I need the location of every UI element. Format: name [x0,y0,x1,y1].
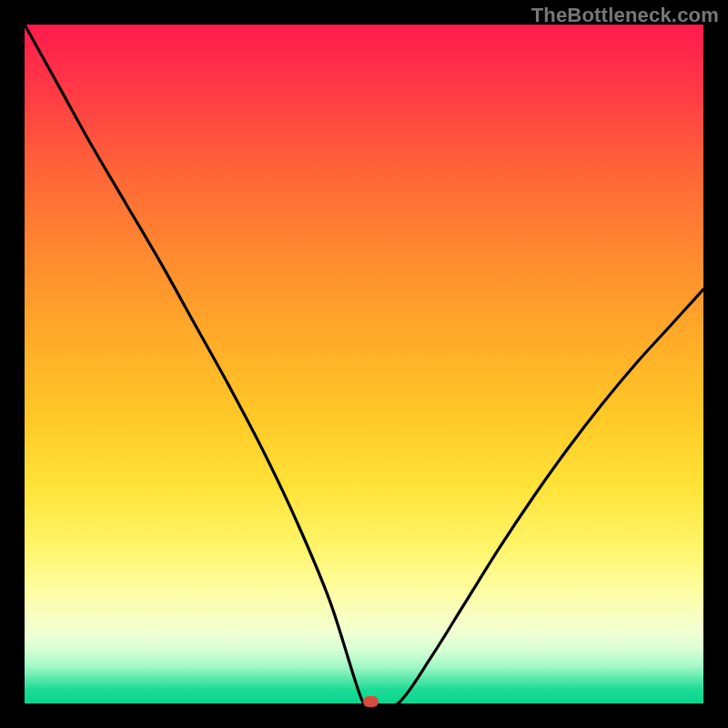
plot-area [25,25,703,703]
bottleneck-curve [25,25,703,703]
chart-frame: TheBottleneck.com [0,0,728,728]
curve-path [25,25,703,703]
optimum-marker [363,696,379,707]
